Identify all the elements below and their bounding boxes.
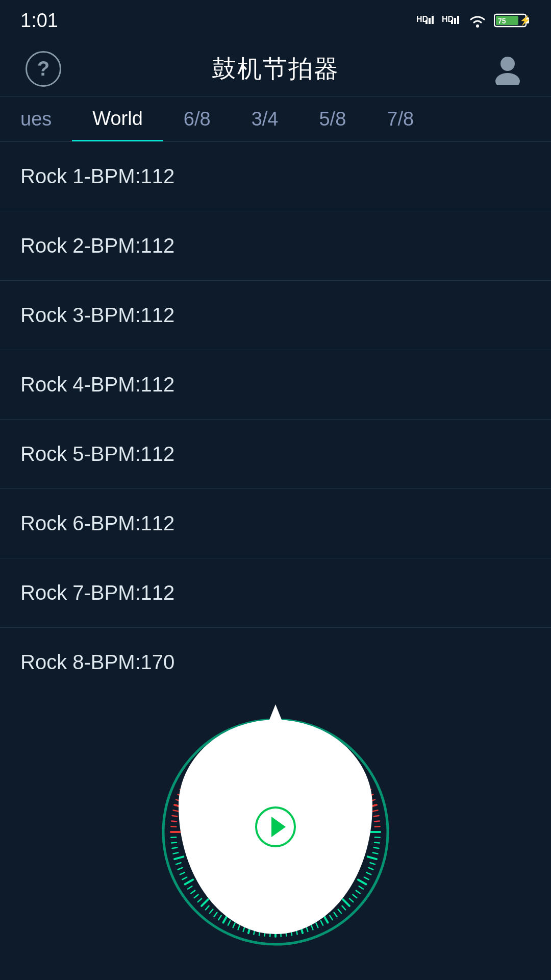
song-name-8: Rock 8-BPM:170 <box>20 651 174 674</box>
song-item-4[interactable]: Rock 4-BPM:112 <box>0 350 551 420</box>
song-item-2[interactable]: Rock 2-BPM:112 <box>0 211 551 281</box>
svg-line-119 <box>210 910 213 914</box>
svg-line-129 <box>178 868 183 870</box>
signal-hd-icon: HD <box>416 11 436 30</box>
svg-line-88 <box>356 891 360 894</box>
svg-line-124 <box>191 891 195 894</box>
tab-5-8[interactable]: 5/8 <box>298 97 366 141</box>
svg-line-81 <box>368 856 377 859</box>
svg-marker-138 <box>271 817 286 837</box>
user-profile-button[interactable] <box>490 51 525 87</box>
svg-line-43 <box>374 816 379 817</box>
svg-line-128 <box>180 872 185 874</box>
svg-line-48 <box>171 821 177 822</box>
play-button[interactable] <box>219 771 332 883</box>
song-item-5[interactable]: Rock 5-BPM:112 <box>0 420 551 489</box>
tab-world[interactable]: World <box>72 97 163 141</box>
svg-line-133 <box>172 848 178 849</box>
svg-line-114 <box>233 923 235 927</box>
app-title: 鼓机节拍器 <box>212 53 339 85</box>
user-avatar-icon <box>491 53 524 85</box>
song-item-1[interactable]: Rock 1-BPM:112 <box>0 142 551 211</box>
help-button[interactable]: ? <box>26 51 61 87</box>
song-item-6[interactable]: Rock 6-BPM:112 <box>0 489 551 558</box>
svg-line-122 <box>198 898 202 902</box>
metronome-area <box>0 684 551 980</box>
song-name-6: Rock 6-BPM:112 <box>20 512 174 535</box>
svg-line-94 <box>334 913 337 917</box>
svg-line-97 <box>321 921 323 925</box>
svg-line-118 <box>214 913 217 917</box>
svg-line-93 <box>338 910 341 914</box>
tab-6-8[interactable]: 6/8 <box>163 97 231 141</box>
svg-line-50 <box>173 810 178 811</box>
song-name-5: Rock 5-BPM:112 <box>20 443 174 465</box>
svg-line-100 <box>306 926 308 932</box>
svg-line-113 <box>238 925 240 929</box>
status-bar: 1:01 HD HD 75 ⚡ <box>0 0 551 41</box>
svg-line-135 <box>171 837 176 838</box>
battery-icon: 75 ⚡ <box>494 11 531 30</box>
header: ? 鼓机节拍器 <box>0 41 551 97</box>
svg-line-127 <box>182 877 187 880</box>
song-list: Rock 1-BPM:112Rock 2-BPM:112Rock 3-BPM:1… <box>0 142 551 697</box>
svg-line-44 <box>374 821 380 822</box>
svg-line-130 <box>176 863 181 864</box>
svg-rect-6 <box>454 18 456 24</box>
svg-rect-7 <box>457 16 459 24</box>
tab-3-4[interactable]: 3/4 <box>231 97 299 141</box>
svg-line-98 <box>316 923 318 927</box>
tab-7-8[interactable]: 7/8 <box>366 97 434 141</box>
svg-text:⚡: ⚡ <box>519 15 531 26</box>
wifi-icon <box>467 10 488 31</box>
svg-line-90 <box>349 898 353 902</box>
svg-line-45 <box>375 826 380 827</box>
svg-line-125 <box>188 886 192 889</box>
song-item-7[interactable]: Rock 7-BPM:112 <box>0 558 551 628</box>
svg-line-134 <box>171 842 177 843</box>
svg-line-82 <box>370 863 375 864</box>
song-name-1: Rock 1-BPM:112 <box>20 165 174 188</box>
svg-line-80 <box>373 853 378 854</box>
svg-line-78 <box>374 842 380 843</box>
song-item-3[interactable]: Rock 3-BPM:112 <box>0 281 551 350</box>
svg-line-42 <box>373 810 378 811</box>
svg-line-117 <box>218 916 221 920</box>
svg-line-120 <box>206 906 209 910</box>
svg-line-99 <box>311 925 313 929</box>
svg-point-15 <box>495 73 520 85</box>
tab-bar: ues World 6/8 3/4 5/8 7/8 <box>0 97 551 142</box>
song-name-7: Rock 7-BPM:112 <box>20 581 174 604</box>
svg-line-47 <box>171 826 176 827</box>
svg-point-14 <box>500 57 515 71</box>
svg-line-87 <box>359 886 363 889</box>
svg-line-49 <box>172 816 178 817</box>
svg-line-92 <box>342 906 345 910</box>
svg-rect-1 <box>425 20 428 24</box>
svg-line-85 <box>364 877 369 880</box>
svg-line-132 <box>173 853 178 854</box>
song-name-2: Rock 2-BPM:112 <box>20 234 174 257</box>
song-name-4: Rock 4-BPM:112 <box>20 373 174 396</box>
svg-line-123 <box>194 895 198 898</box>
svg-line-95 <box>330 916 332 920</box>
svg-line-115 <box>228 921 231 925</box>
svg-line-91 <box>343 899 349 906</box>
svg-rect-3 <box>432 16 434 24</box>
play-icon <box>255 806 296 847</box>
tab-ues[interactable]: ues <box>0 97 72 141</box>
svg-line-126 <box>185 880 193 885</box>
svg-line-89 <box>353 895 357 898</box>
dial-pointer <box>264 704 287 732</box>
svg-line-84 <box>366 872 371 874</box>
dial-container <box>148 704 403 960</box>
svg-line-121 <box>202 899 208 906</box>
svg-text:75: 75 <box>498 17 506 25</box>
svg-rect-5 <box>451 20 453 24</box>
song-name-3: Rock 3-BPM:112 <box>20 304 174 327</box>
svg-line-86 <box>358 880 366 885</box>
signal-hd2-icon: HD <box>442 11 461 30</box>
svg-line-131 <box>174 856 183 859</box>
svg-line-79 <box>374 848 379 849</box>
svg-line-83 <box>368 868 373 870</box>
